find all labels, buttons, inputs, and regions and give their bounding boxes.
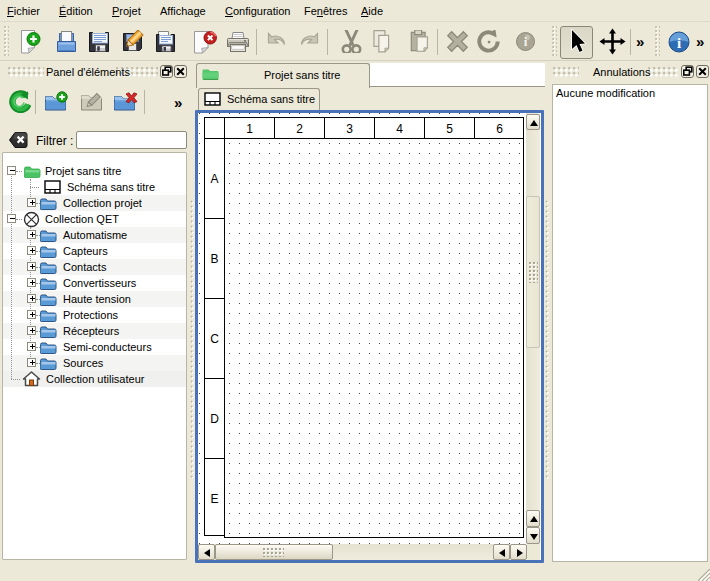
svg-text:D: D <box>210 412 219 426</box>
svg-text:3: 3 <box>346 122 353 136</box>
svg-text:A: A <box>210 172 218 186</box>
svg-text:B: B <box>210 252 218 266</box>
svg-text:4: 4 <box>396 122 403 136</box>
svg-text:2: 2 <box>296 122 303 136</box>
svg-text:C: C <box>210 332 219 346</box>
svg-text:E: E <box>210 492 218 506</box>
svg-text:i: i <box>677 35 681 51</box>
svg-text:i: i <box>524 34 528 49</box>
svg-text:5: 5 <box>446 122 453 136</box>
svg-text:1: 1 <box>246 122 253 136</box>
svg-text:6: 6 <box>496 122 503 136</box>
